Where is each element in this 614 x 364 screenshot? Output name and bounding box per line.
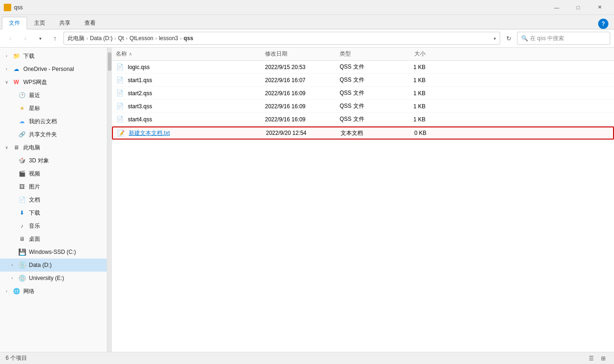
expander-thispc: ∨	[4, 145, 9, 150]
file-row-start2-qss[interactable]: 📄 start2.qss 2022/9/16 16:09 QSS 文件 1 KB	[112, 87, 614, 100]
sidebar-item-onedrive[interactable]: › ☁ OneDrive - Personal	[0, 63, 107, 76]
status-bar: 6 个项目 ☰ ⊞	[0, 352, 614, 364]
expander-recent	[9, 92, 15, 98]
expander-wps: ∨	[4, 79, 9, 85]
sidebar-item-downloads2[interactable]: ⬇ 下载	[0, 206, 107, 219]
minimize-button[interactable]: —	[546, 0, 567, 15]
sidebar-label-shared: 共享文件夹	[29, 131, 103, 139]
file-name-4: start3.qss	[128, 103, 258, 110]
close-button[interactable]: ✕	[589, 0, 610, 15]
sep3: ›	[126, 35, 128, 41]
sidebar-scroll-thumb[interactable]	[108, 52, 112, 71]
file-name-col-5: 📄 start4.qss	[112, 115, 261, 124]
tab-file[interactable]: 文件	[2, 17, 27, 29]
file-name-col-3: 📄 start2.qss	[112, 89, 261, 98]
toolbar-area: ‹ › ▾ ↑ 此电脑 › Data (D:) › Qt › QtLesson …	[0, 29, 614, 48]
file-name-col-6: 📝 新建文本文档.txt	[113, 129, 262, 137]
file-size-3: 1 KB	[392, 90, 429, 97]
col-header-size[interactable]: 大小	[392, 50, 429, 58]
col-header-name[interactable]: 名称 ∧	[112, 50, 261, 58]
title-bar: qss — □ ✕	[0, 0, 614, 15]
sidebar-item-picture[interactable]: 🖼 图片	[0, 180, 107, 193]
sidebar-item-mycloud[interactable]: ☁ 我的云文档	[0, 115, 107, 128]
sidebar-item-thispc[interactable]: ∨ 🖥 此电脑	[0, 141, 107, 154]
expander-3dobj	[9, 158, 15, 163]
dropdown-button[interactable]: ▾	[34, 32, 47, 45]
file-size-2: 1 KB	[392, 77, 429, 84]
up-button[interactable]: ↑	[49, 32, 62, 45]
file-date-5: 2022/9/16 16:09	[261, 116, 336, 123]
file-type-1: QSS 文件	[336, 63, 392, 71]
sidebar-item-starred[interactable]: ★ 星标	[0, 102, 107, 115]
sidebar-item-desktop[interactable]: 🖥 桌面	[0, 232, 107, 245]
file-row-new-txt[interactable]: 📝 新建文本文档.txt 2022/9/20 12:54 文本文档 0 KB	[112, 126, 614, 140]
tab-view[interactable]: 查看	[77, 17, 103, 29]
file-name-3: start2.qss	[128, 90, 258, 97]
network-icon: 🌐	[12, 287, 21, 295]
ribbon: 文件 主页 共享 查看 ?	[0, 15, 614, 29]
sidebar-scrollbar[interactable]	[107, 48, 112, 352]
sidebar-item-windows-ssd[interactable]: 💾 Windows-SSD (C:)	[0, 245, 107, 259]
col-header-date[interactable]: 修改日期	[261, 50, 336, 58]
picture-icon: 🖼	[18, 182, 26, 191]
sidebar-item-data-d[interactable]: › 💿 Data (D:)	[0, 259, 107, 272]
shared-icon: 🔗	[18, 130, 26, 139]
downloads-icon: ⬇	[18, 209, 26, 217]
title-bar-controls: — □ ✕	[546, 0, 610, 15]
forward-button[interactable]: ›	[19, 32, 32, 45]
file-date-3: 2022/9/16 16:09	[261, 90, 336, 97]
file-row-start3-qss[interactable]: 📄 start3.qss 2022/9/16 16:09 QSS 文件 1 KB	[112, 100, 614, 113]
nav-bar: ‹ › ▾ ↑ 此电脑 › Data (D:) › Qt › QtLesson …	[0, 29, 614, 47]
sidebar-item-downloads[interactable]: › 📁 下载	[0, 49, 107, 63]
breadcrumb-data: Data (D:)	[90, 35, 113, 42]
sep2: ›	[114, 35, 116, 41]
help-button[interactable]: ?	[598, 19, 608, 29]
sidebar-item-docs[interactable]: 📄 文档	[0, 193, 107, 206]
sidebar-item-wps[interactable]: ∨ W WPS网盘	[0, 76, 107, 89]
sidebar-label-3dobj: 3D 对象	[29, 157, 103, 165]
back-button[interactable]: ‹	[4, 32, 17, 45]
list-view-button[interactable]: ☰	[586, 353, 596, 364]
file-type-4: QSS 文件	[336, 102, 392, 110]
sidebar-item-university[interactable]: › 💿 University (E:)	[0, 272, 107, 285]
sidebar-item-network[interactable]: › 🌐 网络	[0, 285, 107, 298]
drive-d-icon: 💿	[18, 261, 26, 269]
sidebar-item-video[interactable]: 🎬 视频	[0, 167, 107, 180]
refresh-button[interactable]: ↻	[502, 32, 515, 45]
expander-starred	[9, 105, 15, 111]
expander-university: ›	[9, 275, 15, 281]
sidebar-label-starred: 星标	[29, 105, 103, 112]
file-row-start1-qss[interactable]: 📄 start1.qss 2022/9/16 16:07 QSS 文件 1 KB	[112, 74, 614, 87]
sidebar-item-music[interactable]: ♪ 音乐	[0, 219, 107, 232]
address-dropdown-arrow[interactable]: ▾	[494, 36, 496, 41]
expander-downloads: ›	[4, 53, 9, 59]
file-name-1: logic.qss	[128, 64, 258, 70]
file-name-col-2: 📄 start1.qss	[112, 76, 261, 84]
sidebar-item-3dobj[interactable]: 🎲 3D 对象	[0, 154, 107, 167]
sep4: ›	[155, 35, 157, 41]
file-row-logic-qss[interactable]: 📄 logic.qss 2022/9/15 20:53 QSS 文件 1 KB	[112, 61, 614, 74]
file-name-col-4: 📄 start3.qss	[112, 102, 261, 111]
breadcrumb-thispc: 此电脑	[68, 35, 84, 42]
col-header-type[interactable]: 类型	[336, 50, 392, 58]
address-bar[interactable]: 此电脑 › Data (D:) › Qt › QtLesson › lesson…	[63, 32, 500, 45]
file-row-start4-qss[interactable]: 📄 start4.qss 2022/9/16 16:09 QSS 文件 1 KB	[112, 113, 614, 126]
expander-downloads2	[9, 210, 15, 216]
expander-docs	[9, 197, 15, 203]
file-name-col-1: 📄 logic.qss	[112, 63, 261, 71]
tab-share[interactable]: 共享	[52, 17, 77, 29]
sort-arrow-name: ∧	[129, 51, 132, 56]
qss-file-icon-5: 📄	[116, 115, 124, 124]
status-count: 6 个项目	[6, 354, 27, 362]
sidebar-item-shared[interactable]: 🔗 共享文件夹	[0, 128, 107, 141]
tab-home[interactable]: 主页	[27, 17, 52, 29]
expander-picture	[9, 184, 15, 189]
sidebar-item-recent[interactable]: 🕐 最近	[0, 89, 107, 102]
status-right: ☰ ⊞	[586, 353, 608, 364]
music-icon: ♪	[18, 222, 26, 230]
maximize-button[interactable]: □	[567, 0, 589, 15]
details-view-button[interactable]: ⊞	[598, 353, 608, 364]
desktop-icon: 🖥	[18, 235, 26, 243]
search-placeholder: 在 qss 中搜索	[530, 35, 564, 42]
search-box[interactable]: 🔍 在 qss 中搜索	[517, 32, 610, 45]
